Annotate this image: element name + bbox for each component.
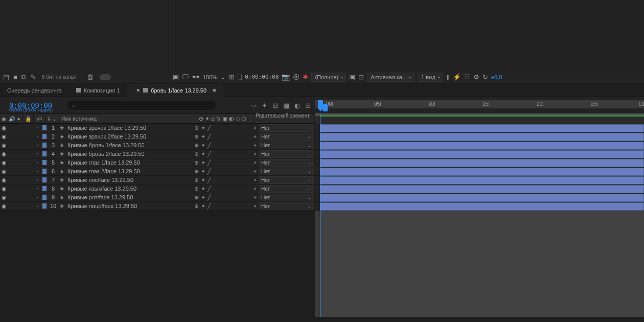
pixel-aspect-icon[interactable]: ⫿ [446, 73, 450, 81]
layer-switches[interactable]: ⊕✦╱ [192, 133, 254, 140]
layer-name[interactable]: Кривые рот/face 13.29.50 [65, 194, 192, 200]
visibility-column-icon[interactable]: ◉ [0, 113, 8, 124]
number-column[interactable]: # ⌄ [46, 113, 58, 124]
parent-dropdown[interactable]: Нет [259, 124, 313, 132]
label-color[interactable] [42, 125, 47, 131]
label-color[interactable] [42, 142, 47, 148]
layer-name[interactable]: Кривые бровь 2/face 13.29.50 [65, 151, 192, 157]
grid-icon[interactable]: ⊞ [229, 73, 235, 81]
playhead-line[interactable] [320, 113, 320, 317]
camera-dropdown[interactable]: Активная ка... [367, 73, 415, 82]
pickwhip-icon[interactable]: ⌖ [254, 133, 257, 140]
parent-dropdown[interactable]: Нет [259, 176, 313, 184]
layer-duration-bar[interactable] [315, 150, 644, 158]
audio-column-icon[interactable]: 🔊 [8, 113, 15, 124]
composition-viewer[interactable] [169, 0, 644, 71]
tab-render-queue[interactable]: Очередь рендеринга [0, 84, 69, 97]
switches-column[interactable]: ⊕✦⧄fx▣◐◇⬡ [192, 113, 254, 124]
layer-duration-bar[interactable] [315, 141, 644, 150]
toggle-switch[interactable] [100, 74, 111, 80]
monitor-icon[interactable]: 🖵 [182, 73, 189, 81]
layer-name[interactable]: Кривые глаз 1/face 13.29.50 [65, 159, 192, 166]
visibility-toggle[interactable]: ◉ [0, 203, 8, 210]
layer-row[interactable]: ◉›8★Кривые язык/face 13.29.50⊕✦╱⌖Нет [0, 185, 315, 193]
pickwhip-icon[interactable]: ⌖ [254, 125, 257, 131]
magnification-icon[interactable]: ▣ [173, 73, 179, 81]
new-comp-icon[interactable]: ⧉ [21, 73, 26, 81]
source-name-column[interactable]: Имя источника [58, 113, 192, 124]
twirl-icon[interactable]: › [34, 195, 41, 200]
solo-column-icon[interactable]: ● [15, 113, 22, 124]
label-color[interactable] [42, 168, 47, 174]
layer-switches[interactable]: ⊕✦╱ [192, 177, 254, 183]
label-color[interactable] [42, 194, 47, 200]
folder-icon[interactable]: ■ [13, 73, 17, 81]
visibility-toggle[interactable]: ◉ [0, 168, 8, 175]
flowchart-icon[interactable]: ⚙ [473, 73, 479, 81]
visibility-toggle[interactable]: ◉ [0, 177, 8, 183]
twirl-icon[interactable]: › [34, 125, 41, 130]
snapshot-icon[interactable]: 📷 [282, 73, 290, 81]
exposure-offset[interactable]: +0,0 [491, 74, 502, 80]
pickwhip-icon[interactable]: ⌖ [254, 203, 257, 210]
parent-column[interactable]: Родительский элемент ... [254, 113, 315, 124]
visibility-toggle[interactable]: ◉ [0, 151, 8, 157]
frame-blend-icon[interactable]: ▦ [283, 102, 289, 109]
safe-zone-icon[interactable]: ⎕ [238, 73, 242, 81]
visibility-toggle[interactable]: ◉ [0, 186, 8, 192]
lock-column-icon[interactable]: 🔒 [22, 113, 34, 124]
twirl-icon[interactable]: › [34, 134, 41, 139]
preview-timecode[interactable]: 0:00:00:00 [245, 74, 279, 80]
layer-name[interactable]: Кривые зрачок 2/face 13.29.50 [65, 133, 192, 140]
layer-name[interactable]: Кривые нос/face 13.29.50 [65, 177, 192, 183]
layer-switches[interactable]: ⊕✦╱ [192, 159, 254, 166]
roi-icon[interactable]: ▣ [349, 73, 355, 81]
bit-depth-label[interactable]: 8 бит на канал [42, 74, 77, 80]
timeline-empty-area[interactable] [320, 211, 644, 317]
label-color[interactable] [42, 133, 47, 140]
twirl-icon[interactable]: › [34, 143, 41, 148]
layer-duration-bar[interactable] [315, 124, 644, 132]
visibility-toggle[interactable]: ◉ [0, 159, 8, 166]
layer-row[interactable]: ◉›10★Кривые лицо/face 13.29.50⊕✦╱⌖Нет [0, 202, 315, 211]
parent-dropdown[interactable]: Нет [259, 168, 313, 175]
parent-dropdown[interactable]: Нет [259, 150, 313, 158]
comp-mini-flowchart-icon[interactable]: ⤻ [251, 102, 257, 109]
layer-switches[interactable]: ⊕✦╱ [192, 168, 254, 175]
pickwhip-icon[interactable]: ⌖ [254, 159, 257, 166]
parent-dropdown[interactable]: Нет [259, 194, 313, 201]
twirl-icon[interactable]: › [34, 151, 41, 156]
time-ruler[interactable]: 00f 05f 10f 15f 20f 25f 01 [315, 100, 644, 108]
visibility-toggle[interactable]: ◉ [0, 133, 8, 140]
layer-switches[interactable]: ⊕✦╱ [192, 194, 254, 201]
visibility-toggle[interactable]: ◉ [0, 194, 8, 201]
search-input[interactable] [67, 101, 216, 110]
trash-icon[interactable]: 🗑 [87, 73, 94, 81]
layer-duration-bar[interactable] [315, 158, 644, 167]
parent-dropdown[interactable]: Нет [259, 142, 313, 149]
fast-preview-icon[interactable]: ⚡ [453, 73, 461, 81]
pickwhip-icon[interactable]: ⌖ [254, 142, 257, 149]
chevron-down-icon[interactable]: ⌄ [220, 73, 226, 81]
layer-duration-bar[interactable] [315, 193, 644, 202]
tab-active-comp[interactable]: × бровь 1/face 13.29.50 ≡ [127, 84, 223, 97]
layer-name[interactable]: Кривые лицо/face 13.29.50 [65, 203, 192, 209]
layer-name[interactable]: Кривые язык/face 13.29.50 [65, 186, 192, 192]
graph-editor-icon[interactable]: ⊞ [305, 102, 311, 109]
layer-row[interactable]: ◉›6★Кривые глаз 2/face 13.29.50⊕✦╱⌖Нет [0, 167, 315, 176]
view-dropdown[interactable]: 1 вид [418, 73, 443, 82]
parent-dropdown[interactable]: Нет [259, 202, 313, 210]
pickwhip-icon[interactable]: ⌖ [254, 168, 257, 175]
layer-duration-bar[interactable] [315, 185, 644, 193]
tab-composition-1[interactable]: Композиция 1 [69, 84, 127, 97]
label-color[interactable] [42, 151, 47, 157]
label-color[interactable] [42, 186, 47, 192]
layer-switches[interactable]: ⊕✦╱ [192, 203, 254, 210]
parent-dropdown[interactable]: Нет [259, 185, 313, 193]
twirl-icon[interactable]: › [34, 186, 41, 191]
layer-duration-bar[interactable] [315, 167, 644, 176]
resolution-dropdown[interactable]: (Полное) [311, 73, 346, 82]
transparency-icon[interactable]: ⊡ [358, 73, 364, 81]
layer-name[interactable]: Кривые глаз 2/face 13.29.50 [65, 168, 192, 174]
layer-duration-bar[interactable] [315, 132, 644, 141]
